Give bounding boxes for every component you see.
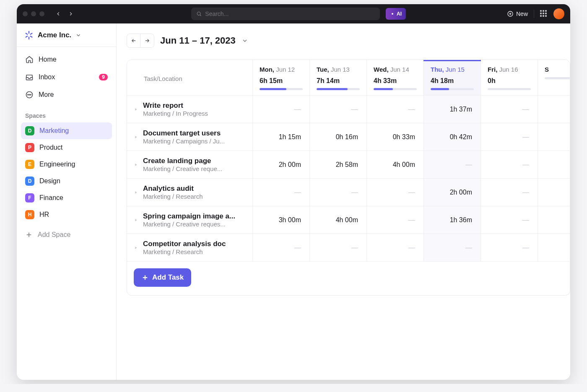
time-cell[interactable]: — xyxy=(481,151,538,179)
svg-marker-20 xyxy=(135,108,137,111)
task-row[interactable]: Competitor analysis docMarketing / Resea… xyxy=(127,234,253,262)
time-cell[interactable]: — xyxy=(310,234,367,262)
time-cell[interactable]: — xyxy=(481,96,538,123)
time-cell[interactable]: — xyxy=(481,179,538,206)
time-cell[interactable]: — xyxy=(538,151,570,179)
space-item-design[interactable]: DDesign xyxy=(21,173,112,190)
time-cell[interactable]: 4h 00m xyxy=(310,206,367,234)
time-cell[interactable]: 2h 00m xyxy=(253,151,310,179)
week-pager xyxy=(127,34,154,48)
prev-week-button[interactable] xyxy=(127,34,140,47)
expand-icon[interactable] xyxy=(133,246,139,250)
time-cell[interactable]: — xyxy=(367,96,424,123)
workspace-logo-icon xyxy=(24,31,34,40)
time-cell[interactable]: 1h 15m xyxy=(253,123,310,151)
time-cell[interactable]: 1h 36m xyxy=(424,206,481,234)
time-cell[interactable]: — xyxy=(367,179,424,206)
expand-icon[interactable] xyxy=(133,190,139,195)
time-cell[interactable]: — xyxy=(538,179,570,206)
time-cell[interactable]: 1h 37m xyxy=(424,96,481,123)
space-item-engineering[interactable]: EEngineering xyxy=(21,156,112,173)
svg-line-1 xyxy=(200,15,201,16)
ai-button[interactable]: AI xyxy=(386,8,406,20)
timesheet: Task/LocationMon, Jun 126h 15mTue, Jun 1… xyxy=(127,60,570,296)
spaces-section-label: Spaces xyxy=(17,106,116,122)
time-cell[interactable]: 2h 00m xyxy=(424,179,481,206)
day-column-header[interactable]: Thu, Jun 154h 18m xyxy=(424,60,481,96)
svg-point-13 xyxy=(28,94,29,95)
search-input[interactable] xyxy=(205,10,375,17)
inbox-badge: 9 xyxy=(99,74,108,80)
main-content: Jun 11 – 17, 2023 Task/LocationMon, Jun … xyxy=(117,23,570,380)
time-cell[interactable]: — xyxy=(481,206,538,234)
time-cell[interactable]: — xyxy=(538,123,570,151)
time-cell[interactable]: — xyxy=(538,96,570,123)
history-back-button[interactable] xyxy=(53,8,64,19)
history-forward-button[interactable] xyxy=(65,8,76,19)
time-cell[interactable]: — xyxy=(310,179,367,206)
workspace-switcher[interactable]: Acme Inc. xyxy=(17,23,116,47)
time-cell[interactable]: — xyxy=(424,234,481,262)
task-row[interactable]: Write reportMarketing / In Progress xyxy=(127,96,253,123)
next-week-button[interactable] xyxy=(140,34,154,47)
task-path: Marketing / Research xyxy=(143,193,203,200)
time-cell[interactable]: — xyxy=(310,96,367,123)
space-item-product[interactable]: PProduct xyxy=(21,139,112,156)
task-path: Marketing / Creative reques... xyxy=(143,221,235,228)
traffic-minimize[interactable] xyxy=(31,11,36,16)
time-cell[interactable]: 3h 00m xyxy=(253,206,310,234)
space-item-hr[interactable]: HHR xyxy=(21,206,112,223)
time-cell[interactable]: 0h 42m xyxy=(424,123,481,151)
nav-more-label: More xyxy=(39,91,54,99)
expand-icon[interactable] xyxy=(133,107,139,112)
space-item-finance[interactable]: FFinance xyxy=(21,190,112,206)
svg-marker-24 xyxy=(135,219,137,221)
time-cell[interactable]: — xyxy=(424,151,481,179)
nav-inbox[interactable]: Inbox 9 xyxy=(21,69,112,86)
day-column-header[interactable]: S xyxy=(538,60,570,96)
time-cell[interactable]: 2h 58m xyxy=(310,151,367,179)
expand-icon[interactable] xyxy=(133,135,139,139)
svg-point-0 xyxy=(197,12,200,16)
time-cell[interactable]: 0h 33m xyxy=(367,123,424,151)
time-cell[interactable]: — xyxy=(481,123,538,151)
add-space-label: Add Space xyxy=(38,231,70,239)
time-cell[interactable]: 0h 16m xyxy=(310,123,367,151)
user-avatar[interactable] xyxy=(553,8,564,19)
add-task-button[interactable]: Add Task xyxy=(134,268,191,287)
expand-icon[interactable] xyxy=(133,163,139,167)
new-button[interactable]: New xyxy=(507,10,528,17)
time-cell[interactable]: — xyxy=(367,234,424,262)
expand-icon[interactable] xyxy=(133,218,139,222)
nav-home[interactable]: Home xyxy=(21,51,112,68)
task-row[interactable]: Document target usersMarketing / Campaig… xyxy=(127,123,253,151)
add-space-button[interactable]: Add Space xyxy=(21,226,112,243)
time-cell[interactable]: — xyxy=(253,179,310,206)
add-task-label: Add Task xyxy=(152,273,184,282)
day-column-header[interactable]: Tue, Jun 137h 14m xyxy=(310,60,367,96)
time-cell[interactable]: — xyxy=(367,206,424,234)
traffic-zoom[interactable] xyxy=(39,11,44,16)
time-cell[interactable]: 4h 00m xyxy=(367,151,424,179)
space-item-marketing[interactable]: DMarketing xyxy=(21,122,112,139)
task-path: Marketing / Research xyxy=(143,248,226,255)
nav-inbox-label: Inbox xyxy=(39,73,55,81)
range-dropdown[interactable] xyxy=(242,37,248,44)
time-cell[interactable]: — xyxy=(481,234,538,262)
traffic-close[interactable] xyxy=(23,11,28,16)
time-cell[interactable]: — xyxy=(253,234,310,262)
task-title: Create landing page xyxy=(143,157,222,165)
progress-bar xyxy=(317,88,360,90)
task-row[interactable]: Spring campaign image a...Marketing / Cr… xyxy=(127,206,253,234)
day-column-header[interactable]: Fri, Jun 160h xyxy=(481,60,538,96)
time-cell[interactable]: — xyxy=(253,96,310,123)
nav-more[interactable]: More xyxy=(21,86,112,103)
task-row[interactable]: Create landing pageMarketing / Creative … xyxy=(127,151,253,179)
time-cell[interactable]: — xyxy=(538,234,570,262)
task-row[interactable]: Analytics auditMarketing / Research xyxy=(127,179,253,206)
time-cell[interactable]: — xyxy=(538,206,570,234)
global-search[interactable] xyxy=(191,8,380,20)
day-column-header[interactable]: Wed, Jun 144h 33m xyxy=(367,60,424,96)
apps-icon[interactable] xyxy=(540,10,548,18)
day-column-header[interactable]: Mon, Jun 126h 15m xyxy=(253,60,310,96)
